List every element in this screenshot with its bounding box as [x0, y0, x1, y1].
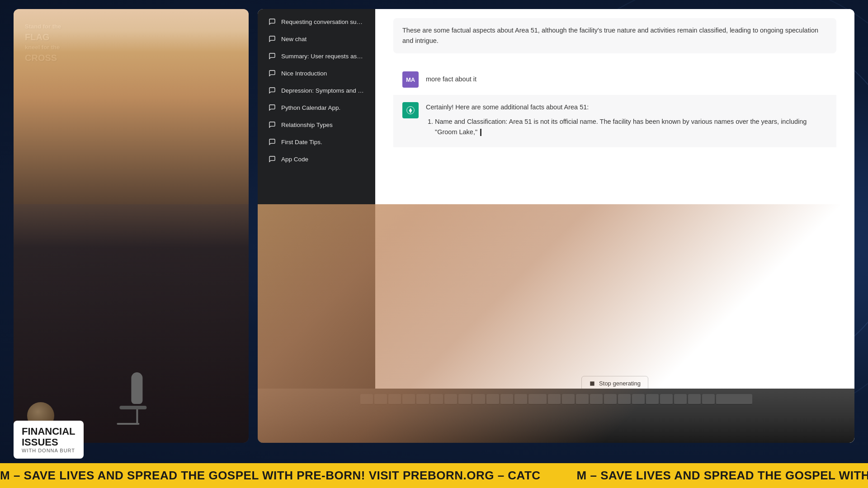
- main-container: Stand for the FLAG kneel for the CROSS: [14, 9, 854, 443]
- keyboard-key: [388, 394, 401, 405]
- chat-icon-summary: [269, 52, 276, 60]
- chat-icon-depression: [269, 87, 276, 94]
- sidebar-item-summary-label: Summary: User requests assi...: [281, 53, 364, 60]
- chat-icon-appcode: [269, 155, 276, 163]
- sidebar-item-nice-introduction[interactable]: Nice Introduction: [261, 65, 372, 81]
- keyboard-key: [430, 394, 443, 405]
- chat-icon-python: [269, 104, 276, 111]
- ai-intro-text: Certainly! Here are some additional fact…: [426, 102, 827, 113]
- sidebar-item-python-calendar[interactable]: Python Calendar App.: [261, 99, 372, 116]
- keyboard-key: [632, 394, 645, 405]
- chat-area: These are some factual aspects about Are…: [375, 9, 854, 443]
- keyboard-key: [618, 394, 631, 405]
- ai-facts-list: Name and Classification: Area 51 is not …: [426, 117, 827, 137]
- logo-box: FINANCIALISSUES WITH DONNA BURT: [14, 421, 84, 459]
- ticker-text-repeat: M – SAVE LIVES AND SPREAD THE GOSPEL WIT…: [577, 469, 868, 483]
- sidebar-item-nice-introduction-label: Nice Introduction: [281, 70, 327, 77]
- sidebar-item-new-chat-label: New chat: [281, 36, 307, 42]
- chat-messages: These are some factual aspects about Are…: [375, 9, 854, 371]
- chat-icon-firstdate: [269, 138, 276, 145]
- keyboard-key: [528, 394, 547, 405]
- sidebar-item-requesting-conversation[interactable]: Requesting conversation sum...: [261, 14, 372, 30]
- ai-message-text: Certainly! Here are some additional fact…: [426, 102, 827, 140]
- sidebar-item-requesting-conversation-label: Requesting conversation sum...: [281, 19, 364, 25]
- keyboard-key: [674, 394, 687, 405]
- keyboard-key: [590, 394, 603, 405]
- ai-avatar: [402, 102, 419, 118]
- sidebar-item-relationship-types-label: Relationship Types: [281, 122, 333, 128]
- sidebar-item-app-code-label: App Code: [281, 156, 308, 163]
- sidebar-item-summary[interactable]: Summary: User requests assi...: [261, 48, 372, 64]
- chatgpt-layout: Requesting conversation sum... New chat …: [258, 9, 854, 443]
- sidebar-item-app-code[interactable]: App Code: [261, 151, 372, 167]
- cursor: [480, 129, 481, 136]
- sidebar-item-first-date-tips-label: First Date Tips.: [281, 139, 322, 145]
- user-avatar: MA: [402, 71, 419, 88]
- keyboard-key: [486, 394, 499, 405]
- sidebar-item-first-date-tips[interactable]: First Date Tips.: [261, 134, 372, 150]
- stop-generating-label: Stop generating: [599, 380, 641, 387]
- keyboard-key: [458, 394, 471, 405]
- sidebar: Requesting conversation sum... New chat …: [258, 9, 375, 443]
- factual-text: These are some factual aspects about Are…: [393, 18, 836, 53]
- ai-message: Certainly! Here are some additional fact…: [393, 95, 836, 147]
- keyboard-key: [375, 394, 387, 405]
- microphone: [127, 372, 146, 425]
- keyboard-key: [416, 394, 429, 405]
- ticker-text: M – SAVE LIVES AND SPREAD THE GOSPEL WIT…: [0, 469, 541, 483]
- keyboard-key: [604, 394, 617, 405]
- logo-main-text: FINANCIALISSUES: [22, 426, 75, 448]
- keyboard-key: [548, 394, 561, 405]
- keyboard-keys: [375, 389, 854, 410]
- sidebar-item-python-calendar-label: Python Calendar App.: [281, 104, 340, 111]
- keyboard-key: [500, 394, 513, 405]
- sidebar-item-new-chat[interactable]: New chat: [261, 31, 372, 47]
- keyboard-key: [716, 394, 752, 405]
- keyboard-key: [688, 394, 701, 405]
- keyboard-key: [402, 394, 415, 405]
- svg-rect-0: [590, 381, 594, 385]
- chatgpt-logo-icon: [406, 106, 415, 115]
- keyboard-key: [472, 394, 485, 405]
- keyboard-key: [562, 394, 575, 405]
- chat-icon: [269, 18, 276, 25]
- sidebar-item-relationship-types[interactable]: Relationship Types: [261, 117, 372, 133]
- left-video-panel: Stand for the FLAG kneel for the CROSS: [14, 9, 249, 443]
- keyboard-key: [660, 394, 673, 405]
- chat-icon-new: [269, 35, 276, 42]
- user-message: MA more fact about it: [393, 64, 836, 95]
- sidebar-item-depression-label: Depression: Symptoms and T...: [281, 87, 364, 94]
- chat-icon-nice: [269, 70, 276, 77]
- previous-ai-message: These are some factual aspects about Are…: [393, 18, 836, 53]
- keyboard-overlay: [375, 389, 854, 443]
- ai-fact-item-1: Name and Classification: Area 51 is not …: [435, 117, 827, 137]
- right-panel: Requesting conversation sum... New chat …: [258, 9, 854, 443]
- stop-icon: [589, 380, 595, 387]
- keyboard-key: [514, 394, 527, 405]
- keyboard-key: [444, 394, 457, 405]
- keyboard-key: [576, 394, 589, 405]
- keyboard-key: [702, 394, 715, 405]
- video-feed: Stand for the FLAG kneel for the CROSS: [14, 9, 249, 443]
- chat-icon-relationship: [269, 121, 276, 128]
- ticker-bar: M – SAVE LIVES AND SPREAD THE GOSPEL WIT…: [0, 463, 868, 488]
- user-message-text: more fact about it: [426, 71, 476, 84]
- logo-sub-text: WITH DONNA BURT: [22, 448, 75, 453]
- ticker-content: M – SAVE LIVES AND SPREAD THE GOSPEL WIT…: [0, 469, 868, 483]
- keyboard-key: [646, 394, 659, 405]
- sidebar-item-depression[interactable]: Depression: Symptoms and T...: [261, 82, 372, 99]
